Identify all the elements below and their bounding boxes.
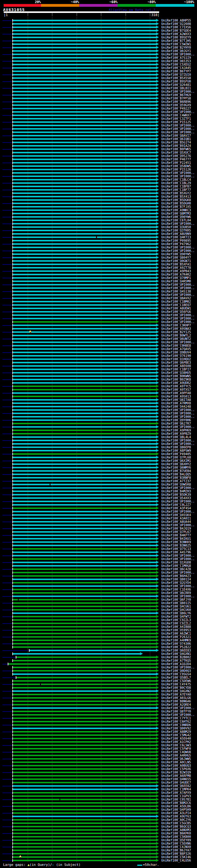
hit-accession-label[interactable]: UniRef100_B8M2C6 [161,801,196,805]
hit-accession-label[interactable]: UniRef100_Q8TFY0 [161,710,196,713]
hit-accession-label[interactable]: UniRef100_A8PSW9 [161,449,196,452]
hit-accession-label[interactable]: UniRef100_C4JNX0 [161,845,196,848]
hit-accession-label[interactable]: UniRef100_C4JA45 [161,66,196,70]
hit-accession-label[interactable]: UniRef100_P52822 [161,645,196,649]
hit-accession-label[interactable]: UniRef100_Q8AVX2 [161,297,196,300]
hit-accession-label[interactable]: UniRef100_Q6EE82 [161,784,196,787]
hit-accession-label[interactable]: UniRef100_Q4SSK4 [161,513,196,517]
hit-accession-label[interactable]: UniRef100_A8NXM3 [161,828,196,832]
hit-accession-label[interactable]: UniRef100_Q3TKR5 [161,229,196,232]
hit-accession-label[interactable]: UniRef100_Q0JGY1 [161,49,196,53]
hit-accession-label[interactable]: UniRef100_Q1HQU2 [161,358,196,361]
hit-accession-label[interactable]: UniRef100_Q4GXN2 [161,689,196,693]
hit-accession-label[interactable]: UniRef100_UPI000.. [161,408,196,412]
hit-accession-label[interactable]: UniRef100_UPI000.. [161,595,196,598]
hit-accession-label[interactable]: UniRef100_B5DK39 [161,493,196,496]
hit-accession-label[interactable]: UniRef100_Q6PBE3 [161,361,196,364]
hit-accession-label[interactable]: UniRef100_A3A0I1 [161,517,196,520]
hit-accession-label[interactable]: UniRef100_UPI000.. [161,130,196,134]
hit-accession-label[interactable]: UniRef100_A8U9N9 [161,232,196,236]
hit-accession-label[interactable]: UniRef100_Q6XIM1 [161,459,196,463]
hit-accession-label[interactable]: UniRef100_UPI000.. [161,706,196,710]
hit-accession-label[interactable]: UniRef100_Q6UNT2 [161,337,196,341]
hit-accession-label[interactable]: UniRef100_P26321 [161,635,196,639]
hit-accession-label[interactable]: UniRef100_UPI000.. [161,127,196,130]
hit-accession-label[interactable]: UniRef100_B3NKK9 [161,540,196,544]
hit-accession-label[interactable]: UniRef100_UPI000.. [161,317,196,320]
hit-accession-label[interactable]: UniRef100_Q6NMY6 [161,466,196,469]
hit-accession-label[interactable]: UniRef100_B4JQ19 [161,527,196,530]
hit-accession-label[interactable]: UniRef100_B5X5S8 [161,76,196,80]
hit-accession-label[interactable]: UniRef100_C1BFB7 [161,185,196,188]
hit-accession-label[interactable]: UniRef100_B7FJX5 [161,205,196,209]
hit-accession-label[interactable]: UniRef100_A7RMX8 [161,402,196,405]
hit-accession-label[interactable]: UniRef100_C4LU56 [161,859,196,862]
hit-accession-label[interactable]: UniRef100_C1E4X6 [161,588,196,591]
hit-accession-label[interactable]: UniRef100_UPI000.. [161,293,196,297]
hit-accession-label[interactable]: UniRef100_Q6CRR9 [161,591,196,595]
hit-accession-label[interactable]: UniRef100_B2WIQ9 [161,771,196,774]
hit-accession-label[interactable]: UniRef100_C1MPK4 [161,787,196,791]
hit-accession-label[interactable]: UniRef100_B0Z9K8 [161,378,196,381]
hit-accession-label[interactable]: UniRef100_B2YI25 [161,331,196,334]
hit-accession-label[interactable]: UniRef100_C5P6X6 [161,767,196,771]
hit-accession-label[interactable]: UniRef100_A9TYC5 [161,384,196,388]
hit-accession-label[interactable]: UniRef100_C0S7B1 [161,798,196,801]
hit-accession-label[interactable]: UniRef100_Q2GYD4 [161,581,196,584]
hit-accession-label[interactable]: UniRef100_C5WZW1 [161,42,196,46]
hit-accession-label[interactable]: UniRef100_B4LQQ5 [161,473,196,476]
hit-accession-label[interactable]: UniRef100_A9SNA3 [161,327,196,331]
hit-accession-label[interactable]: UniRef100_A9UT63 [161,815,196,818]
hit-accession-label[interactable]: UniRef100_B7TJH5 [161,39,196,42]
hit-accession-label[interactable]: UniRef100_A4IB88 [161,625,196,628]
hit-accession-label[interactable]: UniRef100_C1GPV3 [161,795,196,798]
hit-accession-label[interactable]: UniRef100_C4WRX7 [161,114,196,117]
hit-accession-label[interactable]: UniRef100_UPI000.. [161,110,196,114]
hit-accession-label[interactable]: UniRef100_Q70MP1 [161,276,196,280]
hit-accession-label[interactable]: UniRef100_UPI000.. [161,90,196,93]
hit-accession-label[interactable]: UniRef100_UPI000.. [161,249,196,252]
hit-accession-label[interactable]: UniRef100_A8E608 [161,364,196,368]
hit-accession-label[interactable]: UniRef100_A9PBZ9 [161,432,196,435]
hit-accession-label[interactable]: UniRef100_C5DEW6 [161,679,196,683]
hit-accession-label[interactable]: UniRef100_C5MG42 [161,734,196,737]
hit-accession-label[interactable]: UniRef100_A8HP55 [161,19,196,22]
hit-accession-label[interactable]: UniRef100_A1D2D4 [161,662,196,666]
hit-accession-label[interactable]: UniRef100_Q90YW6 [161,215,196,219]
hit-accession-label[interactable]: UniRef100_A6RFM8 [161,774,196,777]
hit-accession-label[interactable]: UniRef100_C1BF77 [161,188,196,191]
hit-accession-label[interactable]: UniRef100_A0CLN5 [161,761,196,764]
hit-accession-label[interactable]: UniRef100_C5FWF0 [161,747,196,750]
hit-accession-label[interactable]: UniRef100_A8UEW1 [161,307,196,310]
hit-accession-label[interactable]: UniRef100_A9PFA8 [161,391,196,395]
hit-accession-label[interactable]: UniRef100_P15125 [161,120,196,124]
hit-accession-label[interactable]: UniRef100_Q54XX3 [161,496,196,500]
hit-accession-label[interactable]: UniRef100_A5E640 [161,737,196,740]
hit-accession-label[interactable]: UniRef100_P09895 [161,239,196,242]
hit-accession-label[interactable]: UniRef100_B8P326 [161,852,196,856]
hit-accession-label[interactable]: UniRef100_C1BLC4 [161,178,196,181]
hit-accession-label[interactable]: UniRef100_P22451 [161,161,196,164]
hit-accession-label[interactable]: UniRef100_Q9Y0H6 [161,418,196,422]
hit-accession-label[interactable]: UniRef100_Q6FJY0 [161,598,196,601]
hit-accession-label[interactable]: UniRef100_B6QCQ3 [161,825,196,828]
hit-accession-label[interactable]: UniRef100_UPI000.. [161,713,196,716]
hit-accession-label[interactable]: UniRef100_P15126 [161,168,196,171]
hit-accession-label[interactable]: UniRef100_Q4P5H9 [161,808,196,811]
hit-accession-label[interactable]: UniRef100_A3F4S4 [161,506,196,510]
hit-accession-label[interactable]: UniRef100_Q75C13 [161,547,196,551]
hit-accession-label[interactable]: UniRef100_UPI000.. [161,313,196,317]
hit-accession-label[interactable]: UniRef100_Q6C4Z8 [161,567,196,571]
hit-accession-label[interactable]: UniRef100_A0CZY6 [161,818,196,822]
hit-accession-label[interactable]: UniRef100_C5XEU2 [161,63,196,66]
hit-accession-label[interactable]: UniRef100_C3ZTF1 [161,117,196,120]
hit-accession-label[interactable]: UniRef100_B4MZH3 [161,490,196,493]
hit-accession-label[interactable]: UniRef100_A7EYA0 [161,693,196,696]
hit-accession-label[interactable]: UniRef100_B8N6A6 [161,700,196,703]
hit-accession-label[interactable]: UniRef100_C6TL04 [161,219,196,222]
hit-accession-label[interactable]: UniRef100_B0KWN5 [161,374,196,378]
hit-accession-label[interactable]: UniRef100_B6H4Z3 [161,574,196,578]
hit-accession-label[interactable]: UniRef100_O65353 [161,59,196,63]
hit-accession-label[interactable]: UniRef100_Q56FG6 [161,310,196,313]
hit-accession-label[interactable]: UniRef100_UPI000.. [161,286,196,290]
